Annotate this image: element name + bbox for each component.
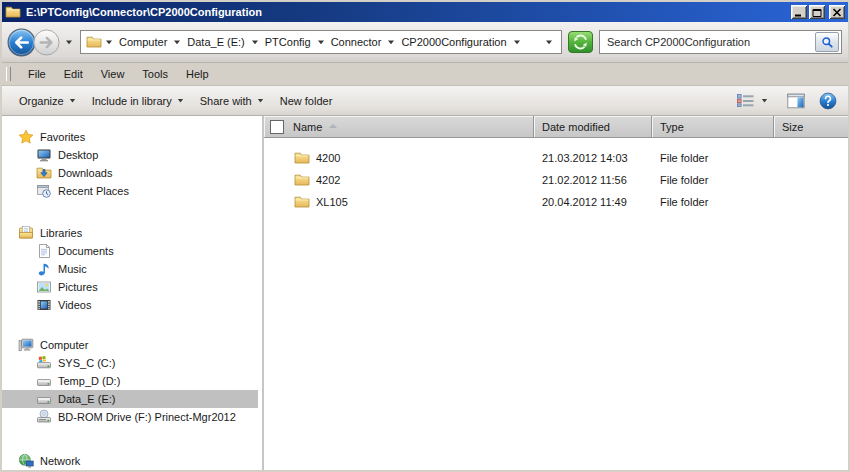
file-type: File folder (652, 174, 774, 186)
list-view-icon (737, 94, 754, 107)
column-header-label: Type (660, 121, 684, 133)
sidebar-item-pictures[interactable]: Pictures (2, 278, 258, 296)
menu-tools[interactable]: Tools (133, 65, 177, 83)
folder-icon (294, 150, 310, 166)
organize-button[interactable]: Organize (11, 91, 84, 111)
search-button[interactable] (815, 32, 839, 52)
explorer-window: E:\PTConfig\Connector\CP2000Configuratio… (0, 0, 850, 472)
window-title: E:\PTConfig\Connector\CP2000Configuratio… (26, 6, 789, 18)
views-button[interactable] (732, 91, 773, 110)
libraries-icon (18, 225, 34, 241)
sidebar-item-documents[interactable]: Documents (2, 242, 258, 260)
chevron-down-icon[interactable] (170, 38, 184, 46)
location-folder-icon[interactable] (86, 34, 102, 50)
column-header-size[interactable]: Size (774, 116, 848, 138)
downloads-icon (36, 165, 52, 181)
sidebar-section-computer[interactable]: Computer (2, 336, 258, 354)
sidebar-item-bd-rom[interactable]: BD-ROM Drive (F:) Prinect-Mgr2012 (2, 408, 258, 426)
window-folder-icon (5, 4, 21, 20)
sidebar-section-label: Network (40, 455, 80, 467)
search-input[interactable] (607, 36, 815, 48)
chevron-down-icon (761, 97, 768, 104)
sidebar-section-network[interactable]: Network (2, 452, 258, 470)
chevron-down-icon[interactable] (314, 38, 328, 46)
sidebar-item-recent-places[interactable]: Recent Places (2, 182, 258, 200)
title-bar[interactable]: E:\PTConfig\Connector\CP2000Configuratio… (2, 2, 848, 22)
back-button[interactable] (7, 28, 36, 57)
content-area: Favorites Desktop Downloads Recent Place… (2, 116, 848, 470)
chevron-down-icon[interactable] (102, 38, 116, 46)
preview-pane-button[interactable] (785, 91, 807, 111)
chevron-down-icon (177, 97, 184, 104)
file-date-modified: 21.02.2012 11:56 (534, 174, 652, 186)
breadcrumb-item-data-e[interactable]: Data_E (E:) (184, 34, 247, 50)
menu-edit[interactable]: Edit (55, 65, 92, 83)
select-all-checkbox[interactable] (270, 120, 284, 134)
table-row-4200[interactable]: 4200 21.03.2012 14:03 File folder (264, 147, 848, 169)
address-band: Computer Data_E (E:) PTConfig Connector … (2, 22, 848, 63)
refresh-button[interactable] (568, 31, 593, 53)
sidebar-item-videos[interactable]: Videos (2, 296, 258, 314)
sidebar-section-label: Favorites (40, 131, 85, 143)
column-header-date-modified[interactable]: Date modified (534, 116, 652, 138)
address-bar[interactable]: Computer Data_E (E:) PTConfig Connector … (80, 30, 562, 54)
sidebar-item-temp-d[interactable]: Temp_D (D:) (2, 372, 258, 390)
sidebar-section-libraries[interactable]: Libraries (2, 224, 258, 242)
sidebar-section-favorites[interactable]: Favorites (2, 128, 258, 146)
include-in-library-button[interactable]: Include in library (84, 91, 192, 111)
table-row-xl105[interactable]: XL105 20.04.2012 11:49 File folder (264, 191, 848, 213)
system-drive-icon (36, 355, 52, 371)
sidebar-item-label: Videos (58, 299, 91, 311)
address-history-chevron-icon[interactable] (542, 38, 556, 46)
file-name: 4202 (316, 174, 340, 186)
column-header-label: Name (293, 121, 322, 133)
sidebar-item-label: SYS_C (C:) (58, 357, 115, 369)
navigation-pane: Favorites Desktop Downloads Recent Place… (2, 116, 262, 470)
share-with-button[interactable]: Share with (192, 91, 272, 111)
chevron-down-icon[interactable] (510, 38, 524, 46)
chevron-down-icon[interactable] (384, 38, 398, 46)
forward-button[interactable] (33, 29, 60, 56)
breadcrumb-item-connector[interactable]: Connector (328, 34, 385, 50)
new-folder-button[interactable]: New folder (272, 91, 341, 111)
documents-icon (36, 243, 52, 259)
sidebar-item-downloads[interactable]: Downloads (2, 164, 258, 182)
table-row-4202[interactable]: 4202 21.02.2012 11:56 File folder (264, 169, 848, 191)
close-button[interactable] (829, 5, 845, 19)
include-in-library-label: Include in library (92, 95, 172, 107)
search-icon (821, 36, 834, 49)
breadcrumb-item-cp2000configuration[interactable]: CP2000Configuration (398, 34, 509, 50)
minimize-button[interactable] (791, 5, 807, 19)
file-list: 4200 21.03.2012 14:03 File folder 4202 2… (264, 138, 848, 213)
breadcrumb-item-computer[interactable]: Computer (116, 34, 170, 50)
recent-pages-chevron-icon[interactable] (62, 38, 76, 46)
menu-bar: File Edit View Tools Help (2, 63, 848, 86)
breadcrumb-item-ptconfig[interactable]: PTConfig (262, 34, 314, 50)
sidebar-item-data-e[interactable]: Data_E (E:) (2, 390, 258, 408)
chevron-down-icon[interactable] (248, 38, 262, 46)
menu-view[interactable]: View (92, 65, 134, 83)
menu-file[interactable]: File (19, 65, 55, 83)
sidebar-item-label: Data_E (E:) (58, 393, 115, 405)
file-date-modified: 20.04.2012 11:49 (534, 196, 652, 208)
search-box[interactable] (599, 30, 842, 54)
sidebar-section-label: Computer (40, 339, 88, 351)
menu-grip-handle[interactable] (6, 67, 11, 81)
column-header-type[interactable]: Type (652, 116, 774, 138)
column-header-row: Name Date modified Type Size (264, 116, 848, 138)
column-header-name[interactable]: Name (264, 116, 534, 138)
file-date-modified: 21.03.2012 14:03 (534, 152, 652, 164)
sort-ascending-icon (329, 124, 337, 128)
help-button[interactable] (817, 90, 839, 112)
sidebar-item-label: Desktop (58, 149, 98, 161)
sidebar-item-label: Downloads (58, 167, 112, 179)
maximize-button[interactable] (809, 5, 825, 19)
file-type: File folder (652, 196, 774, 208)
sidebar-item-desktop[interactable]: Desktop (2, 146, 258, 164)
sidebar-item-label: Pictures (58, 281, 98, 293)
menu-help[interactable]: Help (177, 65, 218, 83)
help-icon (819, 92, 837, 110)
sidebar-item-music[interactable]: Music (2, 260, 258, 278)
sidebar-item-sys-c[interactable]: SYS_C (C:) (2, 354, 258, 372)
preview-pane-icon (787, 93, 805, 109)
